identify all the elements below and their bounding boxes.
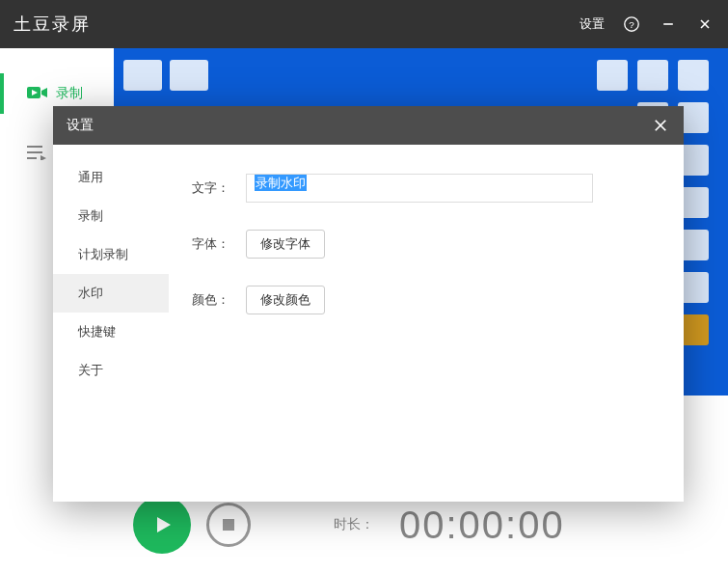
change-color-button[interactable]: 修改颜色 — [246, 286, 325, 314]
text-field-label: 文字： — [192, 179, 246, 197]
svg-marker-10 — [40, 155, 46, 160]
font-field-label: 字体： — [192, 235, 246, 253]
watermark-text-input[interactable]: 录制水印 — [246, 174, 593, 203]
stop-button[interactable] — [206, 503, 251, 547]
list-icon — [27, 145, 46, 163]
modal-nav-schedule[interactable]: 计划录制 — [53, 235, 169, 274]
modal-nav-shortcut[interactable]: 快捷键 — [53, 313, 169, 351]
timer-value: 00:00:00 — [399, 504, 565, 547]
settings-link[interactable]: 设置 — [580, 15, 605, 33]
modal-nav-about[interactable]: 关于 — [53, 351, 169, 390]
modal-title: 设置 — [67, 117, 94, 134]
sidebar-item-label: 录制 — [56, 85, 83, 102]
close-button[interactable] — [695, 14, 715, 34]
help-icon[interactable]: ? — [622, 14, 641, 34]
modal-close-button[interactable] — [651, 116, 670, 135]
title-bar: 土豆录屏 设置 ? — [0, 0, 728, 48]
modal-nav-record[interactable]: 录制 — [53, 197, 169, 235]
modal-sidebar: 通用 录制 计划录制 水印 快捷键 关于 — [53, 145, 169, 502]
timer-label: 时长： — [334, 516, 374, 533]
modal-header: 设置 — [53, 106, 684, 145]
modal-nav-watermark[interactable]: 水印 — [53, 274, 169, 313]
svg-text:?: ? — [629, 19, 634, 30]
settings-modal: 设置 通用 录制 计划录制 水印 快捷键 关于 文字： 录制水印 字体： 修改字… — [53, 106, 684, 502]
svg-rect-15 — [223, 519, 234, 531]
modal-content: 文字： 录制水印 字体： 修改字体 颜色： 修改颜色 — [169, 145, 684, 502]
color-field-label: 颜色： — [192, 291, 246, 309]
svg-marker-14 — [157, 517, 171, 532]
change-font-button[interactable]: 修改字体 — [246, 230, 325, 259]
modal-nav-general[interactable]: 通用 — [53, 158, 169, 197]
record-button[interactable] — [133, 496, 191, 554]
app-name: 土豆录屏 — [13, 13, 91, 36]
minimize-button[interactable] — [659, 14, 678, 34]
record-icon — [27, 85, 48, 103]
